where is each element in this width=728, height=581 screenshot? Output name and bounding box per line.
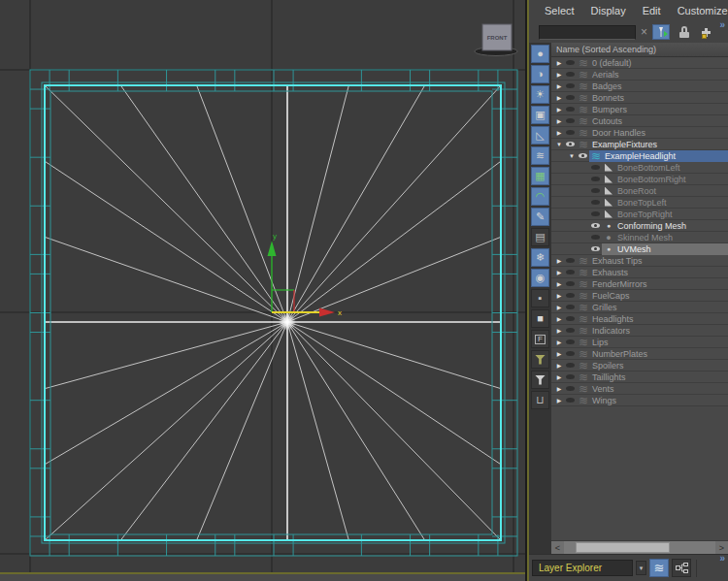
expand-arrow-icon[interactable]: ▶: [554, 82, 564, 89]
display-helpers-button[interactable]: ◺: [531, 126, 549, 145]
expand-arrow-icon[interactable]: ▶: [554, 362, 564, 369]
visibility-eye-icon[interactable]: [589, 165, 602, 170]
visibility-eye-icon[interactable]: [564, 351, 577, 356]
display-spacewarps-button[interactable]: ≋: [531, 146, 549, 165]
tree-row-skinned-mesh[interactable]: ●Skinned Mesh: [551, 232, 728, 243]
tree-row-bonetopleft[interactable]: BoneTopLeft: [551, 197, 728, 209]
lock-selection-button[interactable]: [674, 24, 691, 40]
collapse-arrow-icon[interactable]: ▼: [554, 142, 564, 147]
visibility-eye-icon[interactable]: [564, 95, 577, 100]
expand-arrow-icon[interactable]: ▶: [554, 350, 564, 357]
visibility-eye-icon[interactable]: [564, 118, 577, 123]
expand-arrow-icon[interactable]: ▶: [554, 292, 564, 299]
expand-arrow-icon[interactable]: ▶: [554, 106, 564, 113]
display-frozen-button[interactable]: ❄: [531, 248, 549, 267]
expand-arrow-icon[interactable]: ▶: [554, 59, 564, 66]
expand-arrow-icon[interactable]: ▶: [554, 373, 564, 380]
tree-row-conforming-mesh[interactable]: ●Conforming Mesh: [551, 220, 728, 232]
visibility-eye-icon[interactable]: [589, 211, 602, 216]
visibility-eye-icon[interactable]: [564, 142, 577, 146]
add-to-selection-button[interactable]: [695, 24, 712, 40]
scrollbar-track[interactable]: [564, 541, 715, 554]
horizontal-scrollbar[interactable]: < >: [551, 540, 728, 554]
sort-by-layer-button[interactable]: ≋: [649, 559, 669, 577]
visibility-eye-icon[interactable]: [564, 281, 577, 286]
visibility-eye-icon[interactable]: [589, 177, 602, 181]
expand-arrow-icon[interactable]: ▶: [554, 71, 564, 78]
display-selection-button[interactable]: ■: [531, 309, 549, 328]
visibility-eye-icon[interactable]: [564, 130, 577, 135]
filter-button[interactable]: [531, 371, 549, 389]
display-materials-button[interactable]: ▪: [531, 289, 549, 307]
display-cameras-button[interactable]: ▣: [531, 106, 549, 124]
visibility-eye-icon[interactable]: [564, 398, 577, 403]
display-shapes-button[interactable]: ◑: [531, 65, 549, 83]
scrollbar-thumb[interactable]: [576, 542, 670, 553]
explorer-mode-selector[interactable]: Layer Explorer: [532, 560, 633, 576]
display-lights-button[interactable]: ☀: [531, 85, 549, 104]
menu-item-customize[interactable]: Customize: [678, 5, 728, 16]
visibility-eye-icon[interactable]: [564, 83, 577, 88]
visibility-eye-icon[interactable]: [564, 72, 577, 77]
tree-row-bonebottomleft[interactable]: BoneBottomLeft: [551, 162, 728, 174]
sort-by-hierarchy-button[interactable]: [672, 559, 691, 577]
toolbar-overflow-chevron[interactable]: »: [719, 19, 725, 30]
expand-arrow-icon[interactable]: ▶: [554, 385, 564, 392]
mode-dropdown-button[interactable]: ▾: [636, 561, 646, 575]
visibility-eye-icon[interactable]: [589, 188, 602, 193]
visibility-eye-icon[interactable]: [589, 235, 602, 240]
scroll-left-arrow[interactable]: <: [551, 541, 564, 554]
display-containers-button[interactable]: ▤: [531, 228, 549, 246]
tree-row-exampleheadlight[interactable]: ▼≋ExampleHeadlight: [551, 150, 728, 162]
display-geometry-button[interactable]: ●: [531, 45, 549, 63]
expand-arrow-icon[interactable]: ▶: [554, 94, 564, 101]
search-input[interactable]: [539, 25, 636, 40]
collapse-arrow-icon[interactable]: ▼: [567, 153, 577, 159]
visibility-eye-icon[interactable]: [564, 316, 577, 321]
clear-search-icon[interactable]: ×: [640, 26, 648, 38]
visibility-eye-icon[interactable]: [589, 246, 602, 251]
expand-arrow-icon[interactable]: ▶: [554, 339, 564, 345]
tree-row-bonetopright[interactable]: BoneTopRight: [551, 209, 728, 220]
expand-arrow-icon[interactable]: ▶: [554, 129, 564, 136]
tree-row-boneroot[interactable]: BoneRoot: [551, 185, 728, 197]
visibility-eye-icon[interactable]: [564, 374, 577, 379]
name-column-header[interactable]: Name (Sorted Ascending): [551, 43, 728, 57]
display-groups-button[interactable]: ▦: [531, 167, 549, 185]
visibility-eye-icon[interactable]: [564, 270, 577, 274]
expand-arrow-icon[interactable]: ▶: [554, 304, 564, 310]
filter-button[interactable]: [652, 24, 670, 40]
expand-arrow-icon[interactable]: ▶: [554, 327, 564, 334]
visibility-eye-icon[interactable]: [564, 305, 577, 309]
viewport-front[interactable]: xyFRONT: [0, 0, 525, 572]
viewport-canvas[interactable]: xyFRONT: [0, 0, 525, 574]
visibility-eye-icon[interactable]: [564, 258, 577, 263]
visibility-eye-icon[interactable]: [564, 60, 577, 65]
visibility-eye-icon[interactable]: [589, 223, 602, 228]
visibility-eye-icon[interactable]: [589, 200, 602, 205]
expand-arrow-icon[interactable]: ▶: [554, 269, 564, 275]
expand-arrow-icon[interactable]: ▶: [554, 280, 564, 287]
visibility-eye-icon[interactable]: [564, 107, 577, 112]
visibility-eye-icon[interactable]: [577, 153, 589, 158]
tree-row-wings[interactable]: ▶≋Wings: [551, 395, 728, 406]
expand-arrow-icon[interactable]: ▶: [554, 257, 564, 264]
bottombar-overflow-chevron[interactable]: »: [719, 553, 725, 564]
tree-row-examplefixtures[interactable]: ▼≋ExampleFixtures: [551, 139, 728, 150]
container-basket-button[interactable]: ⊔: [531, 391, 549, 409]
expand-arrow-icon[interactable]: ▶: [554, 397, 564, 403]
visibility-eye-icon[interactable]: [564, 328, 577, 333]
tree-row-bonebottomright[interactable]: BoneBottomRight: [551, 174, 728, 185]
filter-combination-button[interactable]: [531, 350, 549, 369]
menu-item-edit[interactable]: Edit: [643, 5, 661, 16]
visibility-eye-icon[interactable]: [564, 339, 577, 344]
visibility-eye-icon[interactable]: [564, 363, 577, 368]
tree-empty-space[interactable]: [551, 406, 728, 540]
display-hidden-button[interactable]: ◉: [531, 269, 549, 287]
expand-arrow-icon[interactable]: ▶: [554, 117, 564, 124]
visibility-eye-icon[interactable]: [564, 293, 577, 298]
display-assemblies-button[interactable]: ✎: [531, 208, 549, 226]
menu-item-select[interactable]: Select: [545, 5, 575, 16]
menu-item-display[interactable]: Display: [591, 5, 626, 16]
display-frozen-f-button[interactable]: F: [531, 330, 549, 348]
